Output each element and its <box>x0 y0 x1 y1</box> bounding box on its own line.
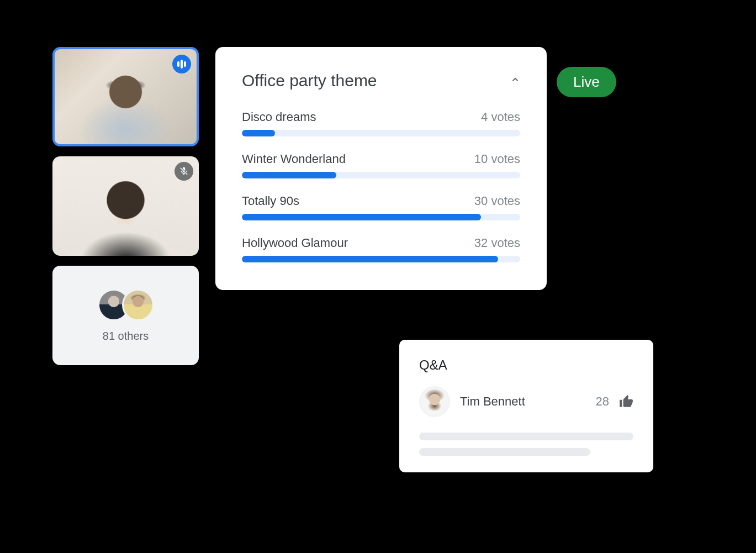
poll-option-votes: 10 votes <box>474 152 520 166</box>
poll-option[interactable]: Totally 90s 30 votes <box>242 194 520 220</box>
qa-entry[interactable]: Tim Bennett 28 <box>419 386 633 417</box>
poll-title: Office party theme <box>242 71 377 90</box>
poll-bar-fill <box>242 214 481 220</box>
poll-bar <box>242 130 520 136</box>
qa-card: Q&A Tim Bennett 28 <box>399 340 653 472</box>
video-tile-speaker[interactable] <box>52 47 199 146</box>
poll-bar <box>242 172 520 178</box>
poll-option-votes: 4 votes <box>481 110 520 124</box>
others-count-label: 81 others <box>103 330 149 343</box>
poll-bar-fill <box>242 172 336 178</box>
poll-option-label: Hollywood Glamour <box>242 236 348 250</box>
poll-bar-fill <box>242 130 275 136</box>
poll-bar-fill <box>242 256 498 262</box>
poll-option-label: Winter Wonderland <box>242 152 346 166</box>
poll-bar <box>242 256 520 262</box>
others-tile[interactable]: 81 others <box>52 266 199 365</box>
poll-option[interactable]: Disco dreams 4 votes <box>242 110 520 136</box>
avatar-stack <box>98 289 154 321</box>
poll-option-label: Totally 90s <box>242 194 299 208</box>
mic-muted-icon <box>175 162 193 181</box>
poll-option[interactable]: Hollywood Glamour 32 votes <box>242 236 520 262</box>
speaking-indicator-icon <box>172 55 191 73</box>
avatar <box>122 289 154 321</box>
poll-option-label: Disco dreams <box>242 110 316 124</box>
avatar <box>419 386 450 417</box>
participant-column: 81 others <box>52 47 199 365</box>
chevron-up-icon[interactable] <box>510 75 520 87</box>
poll-option-votes: 30 votes <box>474 194 520 208</box>
poll-bar <box>242 214 520 220</box>
qa-author: Tim Bennett <box>460 394 586 409</box>
text-placeholder <box>419 448 590 456</box>
text-placeholder <box>419 433 633 440</box>
poll-card: Office party theme Disco dreams 4 votes … <box>215 47 547 290</box>
video-tile-participant[interactable] <box>52 156 199 256</box>
thumbs-up-icon[interactable] <box>619 394 633 409</box>
poll-option-votes: 32 votes <box>474 236 520 250</box>
qa-upvote-count: 28 <box>596 394 609 409</box>
poll-option[interactable]: Winter Wonderland 10 votes <box>242 152 520 178</box>
live-badge: Live <box>557 67 616 97</box>
qa-title: Q&A <box>419 357 633 373</box>
